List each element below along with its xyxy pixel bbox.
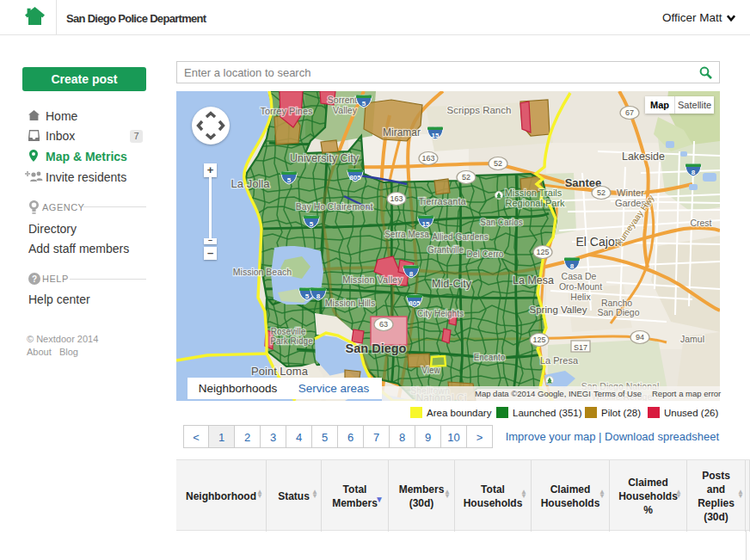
svg-text:La Jolla: La Jolla bbox=[231, 177, 271, 190]
svg-text:Crest: Crest bbox=[690, 218, 711, 228]
svg-text:Mission Valley: Mission Valley bbox=[342, 274, 403, 285]
svg-text:San Diego: San Diego bbox=[597, 307, 639, 317]
svg-text:163: 163 bbox=[421, 154, 434, 163]
svg-text:Grantville: Grantville bbox=[427, 245, 464, 255]
svg-text:Spring Valley: Spring Valley bbox=[530, 305, 587, 315]
svg-text:Serra Mesa: Serra Mesa bbox=[384, 230, 429, 239]
svg-text:94: 94 bbox=[636, 333, 644, 342]
svg-text:125: 125 bbox=[532, 335, 545, 344]
svg-text:S17: S17 bbox=[574, 343, 587, 352]
svg-text:Mission Trails: Mission Trails bbox=[505, 188, 562, 198]
svg-text:Bay Ho: Bay Ho bbox=[296, 201, 326, 212]
svg-text:Oro-Mount: Oro-Mount bbox=[559, 281, 602, 292]
svg-text:Regional Park: Regional Park bbox=[505, 198, 565, 208]
svg-text:?: ? bbox=[32, 274, 37, 284]
svg-text:Tierrasanta: Tierrasanta bbox=[418, 196, 466, 206]
svg-text:63: 63 bbox=[379, 320, 388, 329]
svg-text:8: 8 bbox=[317, 292, 321, 300]
svg-text:San Diego: San Diego bbox=[346, 342, 407, 355]
svg-text:15: 15 bbox=[432, 132, 440, 139]
svg-text:Mission Beach: Mission Beach bbox=[233, 267, 292, 277]
svg-text:La Mesa: La Mesa bbox=[513, 274, 554, 286]
svg-text:5: 5 bbox=[310, 220, 314, 228]
svg-text:125: 125 bbox=[536, 248, 549, 256]
svg-text:Mid-City: Mid-City bbox=[432, 278, 472, 290]
svg-text:Del Cerro: Del Cerro bbox=[467, 249, 504, 259]
svg-text:163: 163 bbox=[390, 194, 403, 203]
svg-text:San Carlos: San Carlos bbox=[480, 218, 522, 227]
svg-text:Miramar: Miramar bbox=[383, 126, 421, 138]
svg-text:8: 8 bbox=[409, 270, 414, 278]
svg-text:City Heights: City Heights bbox=[417, 309, 464, 318]
svg-text:5: 5 bbox=[305, 292, 310, 300]
svg-text:Mission Hills: Mission Hills bbox=[325, 298, 375, 308]
svg-text:Lakeside: Lakeside bbox=[622, 151, 665, 163]
svg-text:Point Loma: Point Loma bbox=[251, 365, 309, 378]
svg-text:805: 805 bbox=[409, 299, 421, 307]
svg-text:La Presa: La Presa bbox=[540, 355, 579, 366]
svg-text:52: 52 bbox=[597, 188, 606, 197]
svg-text:5: 5 bbox=[362, 100, 366, 108]
svg-text:52: 52 bbox=[462, 173, 470, 182]
svg-text:Encanto: Encanto bbox=[474, 353, 506, 362]
svg-text:5: 5 bbox=[287, 176, 292, 184]
svg-text:Valley: Valley bbox=[333, 105, 358, 115]
svg-text:805: 805 bbox=[349, 174, 361, 182]
svg-text:Park Ridge: Park Ridge bbox=[270, 336, 313, 346]
svg-text:67: 67 bbox=[625, 108, 634, 117]
svg-text:Allied Gardens: Allied Gardens bbox=[432, 232, 489, 242]
svg-text:Scripps Ranch: Scripps Ranch bbox=[447, 105, 512, 115]
svg-text:University City: University City bbox=[290, 152, 360, 164]
svg-text:Torrey Pines: Torrey Pines bbox=[260, 106, 313, 116]
svg-text:Clairemont: Clairemont bbox=[327, 201, 372, 212]
svg-text:View: View bbox=[421, 366, 440, 375]
svg-text:Casa De: Casa De bbox=[562, 271, 597, 281]
svg-text:Jamul: Jamul bbox=[680, 334, 704, 344]
svg-text:15: 15 bbox=[422, 220, 430, 228]
svg-text:52: 52 bbox=[494, 159, 502, 168]
svg-text:8: 8 bbox=[570, 262, 575, 270]
svg-text:8: 8 bbox=[692, 169, 696, 176]
svg-text:Roseville: Roseville bbox=[271, 327, 306, 336]
svg-text:Winter: Winter bbox=[617, 188, 644, 198]
svg-text:Helix: Helix bbox=[570, 292, 591, 302]
